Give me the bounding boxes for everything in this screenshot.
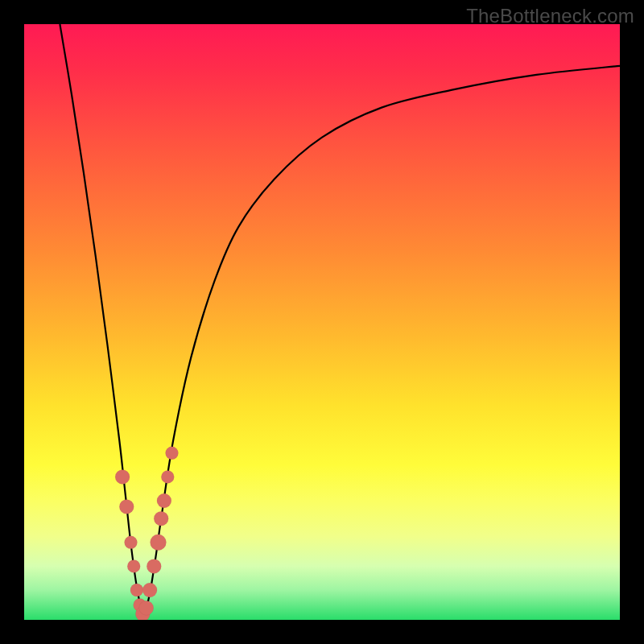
highlight-dot [127,559,140,572]
highlight-dot [115,469,130,484]
highlight-dots-group [115,447,178,620]
highlight-dot [130,584,143,597]
highlight-dot [142,583,157,597]
chart-svg [24,24,620,620]
highlight-dot [154,511,168,526]
highlight-dot [161,470,174,483]
chart-plot-area [24,24,620,620]
highlight-dot [125,536,138,549]
highlight-dot [157,493,171,508]
highlight-dot [147,559,161,573]
highlight-dot [151,535,167,551]
watermark-text: TheBottleneck.com [466,5,634,27]
highlight-dot [119,499,134,514]
highlight-dot [139,601,154,615]
bottleneck-curve [60,24,620,614]
highlight-dot [166,447,179,460]
chart-frame: TheBottleneck.com [0,0,644,644]
